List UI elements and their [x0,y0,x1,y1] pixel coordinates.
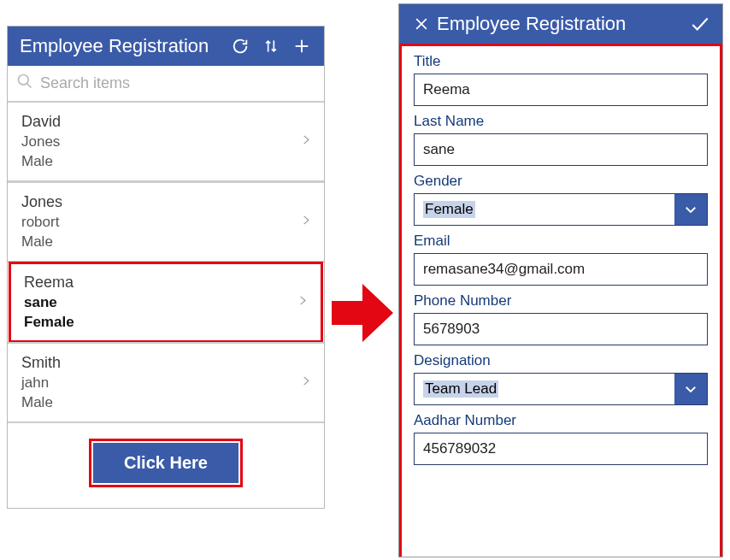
aadhar-field[interactable] [414,433,708,465]
add-icon[interactable] [286,31,317,62]
aadhar-label: Aadhar Number [414,412,708,429]
form-title: Employee Registration [437,13,626,35]
sort-icon[interactable] [256,31,286,62]
lastname-label: Last Name [414,113,708,130]
email-field[interactable] [414,253,708,286]
item-gender: Female [24,313,287,333]
item-gender: Male [21,152,290,172]
click-here-button[interactable]: Click Here [93,443,238,483]
click-here-highlight: Click Here [89,439,243,487]
list-footer: Click Here [8,423,324,508]
chevron-right-icon [297,292,309,313]
list-item[interactable]: SmithjahnMale [8,342,324,423]
email-label: Email [414,233,708,250]
item-first-name: David [21,111,290,133]
refresh-icon[interactable] [225,31,256,62]
form-header: Employee Registration [399,4,722,44]
phone-label: Phone Number [414,292,708,309]
item-last-name: robort [21,213,290,233]
title-label: Title [414,53,708,70]
item-first-name: Reema [24,272,287,293]
svg-marker-1 [332,284,393,342]
title-field[interactable] [414,74,708,106]
chevron-right-icon [300,131,312,152]
chevron-down-icon [674,374,707,404]
item-last-name: sane [24,293,287,313]
designation-select[interactable]: Team Lead [414,373,708,405]
item-gender: Male [21,233,290,252]
list-item[interactable]: DavidJonesMale [8,101,324,182]
item-first-name: Jones [21,192,290,213]
employee-list: DavidJonesMaleJonesrobortMaleReemasaneFe… [8,101,324,423]
search-icon [16,73,33,94]
chevron-right-icon [300,211,312,233]
svg-point-0 [19,75,29,85]
employee-form-panel: Employee Registration Title Last Name Ge… [398,3,723,557]
form-body: Title Last Name Gender Female Email Phon… [399,44,722,557]
designation-value: Team Lead [423,380,498,398]
list-header: Employee Registration [8,27,324,66]
item-first-name: Smith [21,352,290,374]
gender-value: Female [423,201,475,218]
confirm-icon[interactable] [685,9,715,39]
list-item[interactable]: ReemasaneFemale [9,262,323,343]
list-title: Employee Registration [20,35,209,57]
item-last-name: jahn [21,374,290,393]
chevron-down-icon [674,194,707,225]
lastname-field[interactable] [414,133,708,166]
gender-label: Gender [414,173,708,190]
gender-select[interactable]: Female [414,193,708,226]
search-bar[interactable] [8,66,324,102]
chevron-right-icon [300,372,312,393]
phone-field[interactable] [414,313,708,345]
arrow-right-icon [332,277,395,353]
list-item[interactable]: JonesrobortMale [8,181,324,262]
item-last-name: Jones [21,133,290,152]
designation-label: Designation [414,352,708,369]
search-input[interactable] [33,74,315,92]
item-gender: Male [21,393,290,413]
close-icon[interactable] [406,9,437,39]
employee-list-panel: Employee Registration DavidJonesMaleJone… [7,26,325,509]
